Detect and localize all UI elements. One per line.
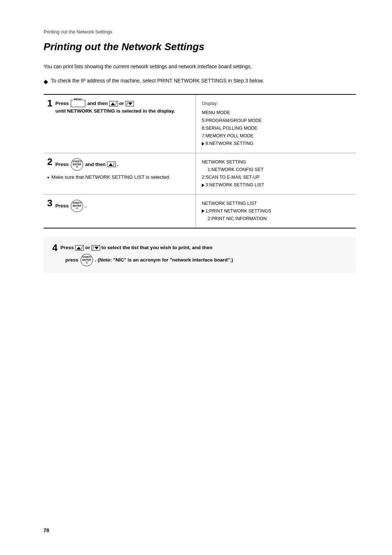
step-4-press-label2: press [65,257,80,262]
step-1-bold-text: until NETWORK SETTING is selected in the… [55,108,175,114]
step-4-press-label: Press [60,245,75,250]
step-4-text1: to select the list that you wish to prin… [101,245,212,250]
step-2-and-then: and then [85,161,107,167]
step-3-press-label: Press [55,203,70,208]
step-2-period: . [117,161,118,167]
step-2-indent: 1:NETWORK CONFIG SET 2:SCAN TO E-MAIL SE… [202,167,264,180]
bullet-icon: • [47,173,49,182]
step-4-line2: press START/ENTER☉ . (Note: "NIC" is an … [52,254,347,266]
instruction-table: 1 Press and then / or / [44,94,356,228]
step-3-right: NETWORK SETTING LIST 1:PRINT NETWORK SET… [196,195,356,228]
step-4-number: 4 [52,243,57,252]
step-2-press-label: Press [55,161,70,167]
breadcrumb: Printing out the Network Settings [44,29,356,35]
step-1-press-label: Press [55,101,70,106]
up-arrow-icon-4 [77,247,81,250]
page-number: 78 [44,527,49,533]
start-enter-key-3: START/ENTER☉ [71,200,83,212]
step-1-and-then: and then [87,101,109,106]
start-enter-key-4: START/ENTER☉ [81,254,93,266]
step-1-left: 1 Press and then / or / [44,95,196,153]
step-2-right: NETWORK SETTING 1:NETWORK CONFIG SET 2:S… [196,153,356,194]
step-1-display-label: Display: [202,100,350,108]
step-1-display-content: MENU MODE 5:PROGRAM/GROUP MODE 6:SERIAL … [202,109,350,147]
down-arrow-icon-4 [94,247,99,250]
step-2-content: 2 Press START/ENTER☉ and then / . • Make… [47,158,190,182]
up-arrow-box: / [109,101,118,107]
up-arrow-box-4: / [75,245,84,251]
up-arrow-icon-2 [109,163,113,166]
step-3-left: 3 Press START/ENTER☉ . [44,195,196,228]
page-title: Printing out the Network Settings [44,41,356,53]
step-1-right: Display: MENU MODE 5:PROGRAM/GROUP MODE … [196,95,356,153]
display-arrow-icon [202,142,204,146]
step-3-period: . [85,203,87,208]
start-enter-key-2: START/ENTER☉ [71,158,83,171]
tip-text: To check the IP address of the machine, … [51,77,264,85]
step-3-display-content: NETWORK SETTING LIST 1:PRINT NETWORK SET… [202,200,350,223]
step-4-area: 4 Press / or / to select the list that y… [44,237,356,273]
down-arrow-box-4: / [91,245,100,251]
step-2-left: 2 Press START/ENTER☉ and then / . • Make… [44,153,196,194]
step-4-line1: 4 Press / or / to select the list that y… [52,244,347,252]
step-2-sub-text: Make sure that NETWORK SETTING LIST is s… [52,174,171,181]
display-arrow-icon-2 [202,183,204,187]
step-3-row: 3 Press START/ENTER☉ . NETWORK SETTING L… [44,195,356,228]
down-arrow-box: / [126,101,134,107]
down-arrow-icon [128,102,132,105]
step-2-row: 2 Press START/ENTER☉ and then / . • Make… [44,153,356,195]
step-1-row: 1 Press and then / or / [44,95,356,153]
page: Printing out the Network Settings Printi… [0,0,392,555]
step-2-display-content: NETWORK SETTING 1:NETWORK CONFIG SET 2:S… [202,158,350,189]
menu-key-inner [73,101,83,106]
tip-bullet: ◆ To check the IP address of the machine… [44,77,316,86]
step-1-or: or [119,101,125,106]
diamond-icon: ◆ [44,77,48,86]
intro-text: You can print lists showing the current … [44,63,316,70]
menu-key [71,100,85,107]
step-2-sub-bullet: • Make sure that NETWORK SETTING LIST is… [47,174,190,182]
step-4-note: . (Note: "NIC" is an acronym for "networ… [95,257,233,262]
display-arrow-icon-3 [202,209,204,213]
step-1-content: 1 Press and then / or / [47,100,190,115]
step-2-number: 2 [47,157,52,166]
up-arrow-icon [111,102,115,105]
step-1-number: 1 [47,98,52,108]
step-3-content: 3 Press START/ENTER☉ . [47,200,190,212]
step-3-number: 3 [47,198,52,208]
step-3-indent: 2:PRINT NIC INFORMATION [202,216,267,221]
up-arrow-box-2: / [107,162,116,167]
step-4-or: or [85,245,91,250]
